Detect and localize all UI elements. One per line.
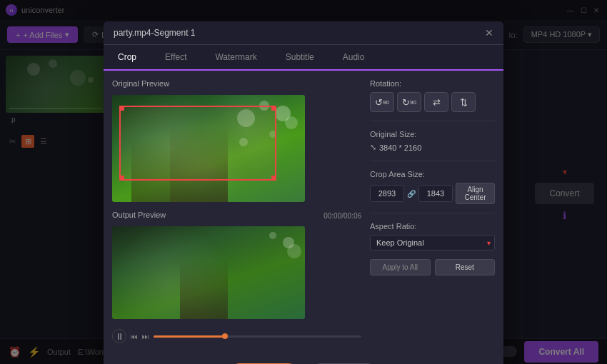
progress-bar[interactable]: [154, 335, 361, 338]
modal-tabs: Crop Effect Watermark Subtitle Audio: [104, 45, 503, 71]
reset-button[interactable]: Reset: [435, 259, 496, 275]
rotation-label: Rotation:: [370, 79, 495, 88]
aspect-ratio-select[interactable]: Keep Original 16:9 4:3 1:1: [370, 235, 495, 251]
crop-area-section: Crop Area Size: 🔗 Align Center: [370, 170, 495, 204]
rotation-section: Rotation: ↺90 ↻90 ⇄ ⇅: [370, 79, 495, 112]
original-size-value: ⤡ 3840 * 2160: [370, 143, 495, 152]
apply-to-all-button[interactable]: Apply to All: [370, 259, 431, 275]
crop-height-input[interactable]: [418, 185, 453, 202]
pause-button[interactable]: ⏸: [112, 329, 126, 343]
settings-panel: Rotation: ↺90 ↻90 ⇄ ⇅ Original Size: ⤡ 3…: [370, 79, 495, 348]
modal-title: party.mp4-Segment 1: [114, 28, 196, 38]
align-center-button[interactable]: Align Center: [456, 183, 495, 204]
progress-bar-fill: [154, 335, 226, 338]
modal-overlay: party.mp4-Segment 1 ✕ Crop Effect Waterm…: [0, 0, 607, 364]
divider-3: [370, 213, 495, 213]
modal-titlebar: party.mp4-Segment 1 ✕: [104, 21, 503, 45]
preview-panel: Original Preview: [112, 79, 361, 348]
progress-dot: [222, 333, 228, 339]
resize-icon: ⤡: [370, 143, 376, 152]
divider-1: [370, 121, 495, 121]
tab-subtitle[interactable]: Subtitle: [271, 45, 328, 71]
modal-footer: OK Cancel: [104, 356, 503, 364]
rotation-buttons: ↺90 ↻90 ⇄ ⇅: [370, 92, 495, 112]
playback-controls: ⏸ ⏮ ⏭: [112, 325, 361, 348]
rotate-right-90-button[interactable]: ↻90: [397, 92, 421, 112]
crop-area-label: Crop Area Size:: [370, 170, 495, 178]
crop-width-input[interactable]: [370, 185, 404, 202]
modal-body: Original Preview: [104, 71, 503, 356]
original-preview-area: [112, 95, 361, 202]
tab-watermark[interactable]: Watermark: [201, 45, 271, 71]
original-preview-label: Original Preview: [112, 79, 361, 88]
divider-2: [370, 161, 495, 161]
tab-audio[interactable]: Audio: [328, 45, 379, 71]
modal-close-button[interactable]: ✕: [485, 27, 493, 39]
original-size-label: Original Size:: [370, 130, 495, 138]
output-preview-label: Output Preview: [112, 211, 166, 219]
crop-modal: party.mp4-Segment 1 ✕ Crop Effect Waterm…: [104, 21, 503, 364]
crop-inputs: 🔗 Align Center: [370, 183, 495, 204]
timestamp: 00:00/00:06: [323, 212, 361, 220]
rotate-left-90-button[interactable]: ↺90: [370, 92, 394, 112]
flip-vertical-button[interactable]: ⇅: [451, 92, 476, 112]
aspect-ratio-label: Aspect Ratio:: [370, 222, 495, 231]
original-preview-video: [112, 95, 305, 202]
prev-frame-button[interactable]: ⏮: [131, 333, 138, 340]
flip-horizontal-button[interactable]: ⇄: [424, 92, 448, 112]
action-buttons: Apply to All Reset: [370, 259, 495, 275]
tab-effect[interactable]: Effect: [151, 45, 201, 71]
tab-crop[interactable]: Crop: [104, 45, 151, 71]
output-preview-video: [112, 226, 305, 319]
aspect-ratio-select-wrapper: Keep Original 16:9 4:3 1:1 ▾: [370, 235, 495, 251]
aspect-ratio-section: Aspect Ratio: Keep Original 16:9 4:3 1:1…: [370, 222, 495, 251]
link-icon: 🔗: [407, 190, 416, 198]
next-frame-button[interactable]: ⏭: [142, 333, 149, 340]
original-size-text: 3840 * 2160: [379, 143, 421, 152]
original-size-section: Original Size: ⤡ 3840 * 2160: [370, 130, 495, 152]
output-preview-header: Output Preview 00:00/00:06: [112, 211, 361, 221]
